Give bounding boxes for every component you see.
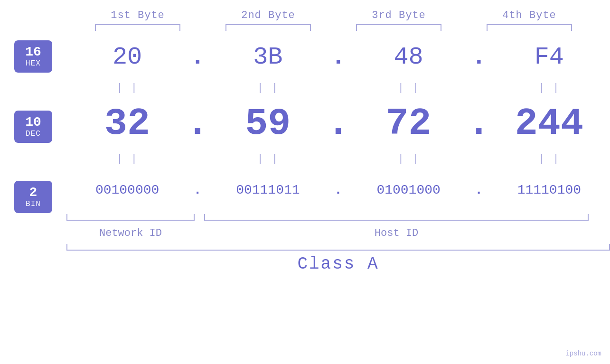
dec-cell-1: 32: [66, 102, 188, 145]
hex-dot-1: .: [188, 43, 207, 71]
content-area: 16 HEX 10 DEC 2 BIN 20 .: [0, 36, 610, 274]
dec-dot-1: .: [188, 102, 207, 145]
watermark: ipshu.com: [565, 350, 601, 357]
dec-dot-3: .: [469, 102, 488, 145]
class-label-row: Class A: [66, 254, 610, 274]
dec-cell-2: 59: [207, 102, 328, 145]
bracket-cell-1: [73, 24, 203, 31]
dec-value-2: 59: [245, 102, 291, 145]
dec-row: 32 . 59 . 72 . 244: [66, 97, 610, 149]
bracket-cell-4: [464, 24, 595, 31]
arrow-cell-3b: | |: [348, 153, 469, 165]
byte1-label: 1st Byte: [73, 9, 203, 21]
bottom-bracket-row: [66, 214, 589, 224]
labels-column: 16 HEX 10 DEC 2 BIN: [0, 36, 66, 213]
bracket-cell-3: [334, 24, 464, 31]
byte2-label: 2nd Byte: [203, 9, 334, 21]
data-grid: 20 . 3B . 48 . F4: [66, 36, 610, 274]
bin-value-2: 00111011: [236, 183, 300, 197]
host-id-label: Host ID: [204, 227, 589, 239]
bin-cell-4: 11110100: [488, 183, 610, 197]
hex-value-3: 48: [394, 43, 423, 71]
bracket-cell-2: [203, 24, 334, 31]
byte4-label: 4th Byte: [464, 9, 595, 21]
arrow-cell-1a: | |: [66, 82, 188, 94]
top-bracket-row: [73, 21, 595, 31]
hex-cell-4: F4: [488, 43, 610, 71]
bin-cell-1: 00100000: [66, 183, 188, 197]
arrow-cell-4a: | |: [488, 82, 610, 94]
dec-base-number: 10: [25, 115, 41, 130]
arrow-cell-1b: | |: [66, 153, 188, 165]
class-a-label: Class A: [297, 254, 379, 274]
bin-value-4: 11110100: [517, 183, 581, 197]
hex-cell-1: 20: [66, 43, 188, 71]
bracket-top-4: [487, 24, 572, 31]
arrow-cell-2b: | |: [207, 153, 328, 165]
bottom-labels-row: Network ID Host ID: [66, 227, 589, 239]
bin-row: 00100000 . 00111011 . 01001000 .: [66, 168, 610, 211]
bin-cell-3: 01001000: [348, 183, 469, 197]
main-container: 1st Byte 2nd Byte 3rd Byte 4th Byte 16 H…: [0, 0, 610, 364]
bin-badge: 2 BIN: [14, 181, 52, 213]
dec-value-3: 72: [386, 102, 432, 145]
hex-cell-3: 48: [348, 43, 469, 71]
hex-dot-2: .: [329, 43, 348, 71]
hex-value-4: F4: [535, 43, 564, 71]
header-row: 1st Byte 2nd Byte 3rd Byte 4th Byte: [73, 9, 595, 21]
arrow-cell-3a: | |: [348, 82, 469, 94]
bin-base-number: 2: [29, 186, 38, 200]
dec-base-label: DEC: [26, 130, 41, 138]
hex-badge: 16 HEX: [14, 40, 52, 73]
byte3-label: 3rd Byte: [334, 9, 464, 21]
dec-value-4: 244: [515, 102, 583, 145]
bin-dot-1: .: [188, 183, 207, 197]
hex-cell-2: 3B: [207, 43, 328, 71]
class-bracket: [66, 244, 610, 251]
dec-cell-3: 72: [348, 102, 469, 145]
hex-base-label: HEX: [26, 59, 41, 68]
bracket-top-2: [225, 24, 311, 31]
arrow-cell-2a: | |: [207, 82, 328, 94]
arrows-row-2: | | | | | | | |: [66, 149, 610, 168]
host-bracket: [204, 214, 589, 221]
bin-value-1: 00100000: [95, 183, 159, 197]
bracket-top-1: [95, 24, 180, 31]
hex-row: 20 . 3B . 48 . F4: [66, 36, 610, 78]
bin-dot-2: .: [329, 183, 348, 197]
bin-cell-2: 00111011: [207, 183, 328, 197]
hex-dot-3: .: [469, 43, 488, 71]
class-bracket-container: Class A: [66, 244, 610, 274]
hex-value-1: 20: [113, 43, 142, 71]
dec-dot-2: .: [329, 102, 348, 145]
bin-base-label: BIN: [26, 200, 41, 208]
hex-value-2: 3B: [253, 43, 282, 71]
hex-base-number: 16: [25, 45, 41, 60]
dec-value-1: 32: [104, 102, 150, 145]
dec-cell-4: 244: [488, 102, 610, 145]
bottom-bracket-area: Network ID Host ID: [66, 214, 589, 239]
bin-value-3: 01001000: [376, 183, 440, 197]
network-id-label: Network ID: [66, 227, 195, 239]
arrow-cell-4b: | |: [488, 153, 610, 165]
bracket-top-3: [356, 24, 441, 31]
network-bracket: [66, 214, 195, 221]
dec-badge: 10 DEC: [14, 111, 52, 143]
arrows-row-1: | | | | | | | |: [66, 78, 610, 97]
bin-dot-3: .: [469, 183, 488, 197]
